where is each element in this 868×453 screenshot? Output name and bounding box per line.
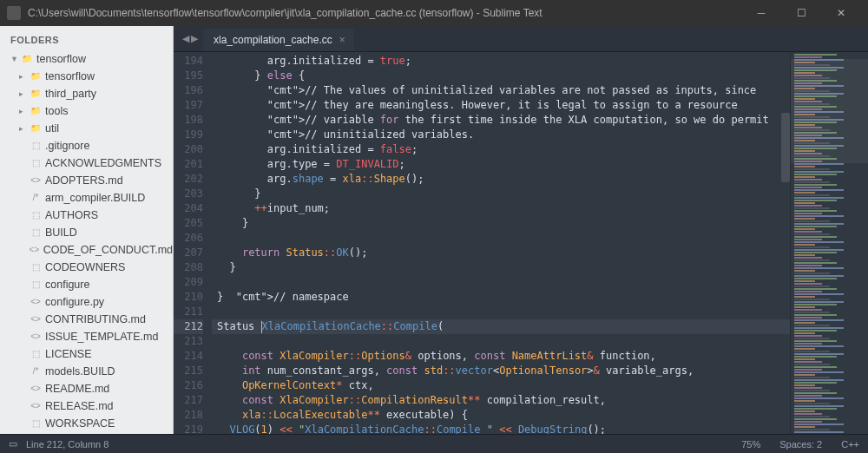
status-position[interactable]: Line 212, Column 8 <box>26 439 741 450</box>
nav-forward-icon[interactable]: ▶ <box>191 33 198 44</box>
tree-item[interactable]: <>README.md <box>0 380 173 397</box>
scrollbar-thumb[interactable] <box>781 113 790 182</box>
code-area: 1941951961971981992002012022032042052062… <box>174 52 868 434</box>
status-spaces[interactable]: Spaces: 2 <box>779 439 822 450</box>
editor-area: ◀ ▶ xla_compilation_cache.cc × 194195196… <box>174 26 868 434</box>
status-right: 75% Spaces: 2 C++ <box>741 439 859 450</box>
tree-item[interactable]: ▸📁tensorflow <box>0 68 173 85</box>
tree-item[interactable]: ⬚WORKSPACE <box>0 415 173 432</box>
window-controls: ─ ☐ ✕ <box>741 0 861 26</box>
tab-label: xla_compilation_cache.cc <box>214 34 332 46</box>
app-icon <box>7 6 21 20</box>
tree-item[interactable]: <>configure.py <box>0 293 173 311</box>
tab-active[interactable]: xla_compilation_cache.cc × <box>203 29 354 51</box>
maximize-button[interactable]: ☐ <box>781 0 821 26</box>
vertical-scrollbar[interactable] <box>781 78 790 434</box>
folder-tree: ▼📁tensorflow▸📁tensorflow▸📁third_party▸📁t… <box>0 50 173 432</box>
tree-item[interactable]: ⬚AUTHORS <box>0 207 173 224</box>
tree-item[interactable]: <>ADOPTERS.md <box>0 172 173 189</box>
minimap[interactable] <box>790 52 868 434</box>
tree-item[interactable]: <>CODE_OF_CONDUCT.md <box>0 241 173 259</box>
tree-item[interactable]: ▸📁util <box>0 120 173 137</box>
tree-item[interactable]: ⬚CODEOWNERS <box>0 259 173 276</box>
nav-back-icon[interactable]: ◀ <box>182 33 189 44</box>
tree-item[interactable]: ⬚configure <box>0 276 173 293</box>
titlebar: C:\Users\will\Documents\tensorflow\tenso… <box>0 0 868 26</box>
tree-item[interactable]: <>RELEASE.md <box>0 397 173 415</box>
tab-nav-arrows: ◀ ▶ <box>177 33 203 44</box>
status-lang[interactable]: C++ <box>841 439 859 450</box>
minimize-button[interactable]: ─ <box>741 0 781 26</box>
window-title: C:\Users\will\Documents\tensorflow\tenso… <box>28 7 741 19</box>
sidebar-heading: FOLDERS <box>0 33 173 50</box>
minimap-viewport[interactable] <box>791 59 868 163</box>
close-button[interactable]: ✕ <box>821 0 861 26</box>
console-icon[interactable]: ▭ <box>9 438 17 450</box>
status-percent[interactable]: 75% <box>741 439 760 450</box>
tree-item[interactable]: /*arm_compiler.BUILD <box>0 189 173 207</box>
tree-item[interactable]: ⬚BUILD <box>0 224 173 241</box>
sidebar[interactable]: FOLDERS ▼📁tensorflow▸📁tensorflow▸📁third_… <box>0 26 174 434</box>
tree-item[interactable]: <>ISSUE_TEMPLATE.md <box>0 328 173 345</box>
tab-close-icon[interactable]: × <box>339 34 345 46</box>
line-gutter: 1941951961971981992002012022032042052062… <box>174 52 212 434</box>
tree-item[interactable]: ⬚ACKNOWLEDGMENTS <box>0 154 173 172</box>
tabbar: ◀ ▶ xla_compilation_cache.cc × <box>174 26 868 52</box>
tree-item[interactable]: ▸📁third_party <box>0 85 173 102</box>
statusbar: ▭ Line 212, Column 8 75% Spaces: 2 C++ <box>0 434 868 453</box>
tree-item[interactable]: /*models.BUILD <box>0 363 173 380</box>
tree-item[interactable]: ⬚LICENSE <box>0 345 173 363</box>
tree-item[interactable]: ▼📁tensorflow <box>0 50 173 68</box>
main-area: FOLDERS ▼📁tensorflow▸📁tensorflow▸📁third_… <box>0 26 868 434</box>
code-editor[interactable]: arg.initialized = true; } else { "cmt">/… <box>212 52 790 434</box>
tree-item[interactable]: <>CONTRIBUTING.md <box>0 311 173 328</box>
tree-item[interactable]: ⬚.gitignore <box>0 137 173 154</box>
tree-item[interactable]: ▸📁tools <box>0 102 173 120</box>
